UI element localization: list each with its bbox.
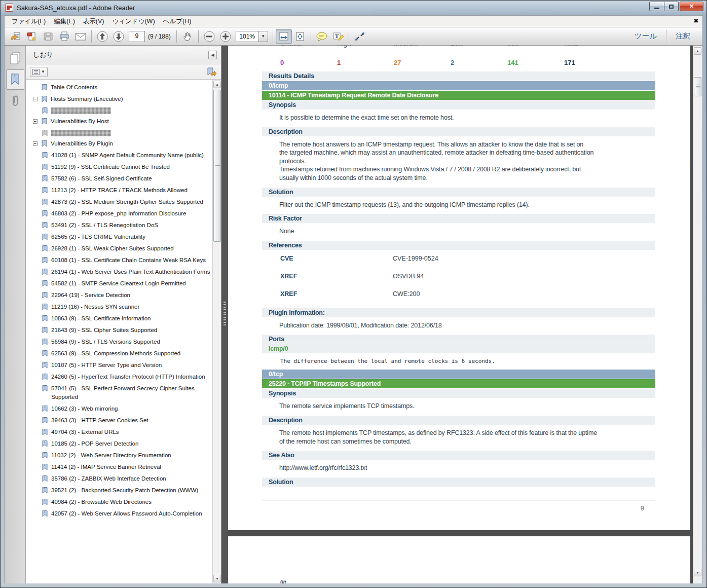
comment-button[interactable] bbox=[314, 29, 330, 44]
bookmark-item[interactable]: Hosts Summary (Executive) bbox=[26, 93, 212, 105]
next-page-button[interactable] bbox=[110, 29, 127, 44]
bookmark-item[interactable]: 42873 (2) - SSL Medium Strength Cipher S… bbox=[26, 196, 212, 208]
bookmark-item[interactable]: 57041 (5) - SSL Perfect Forward Secrecy … bbox=[26, 383, 212, 403]
bookmark-item[interactable]: 10863 (9) - SSL Certificate Information bbox=[26, 313, 212, 324]
severity-label-info: Info bbox=[507, 46, 564, 49]
bookmark-icon bbox=[42, 175, 48, 182]
bookmark-options-button[interactable]: ▼ bbox=[30, 67, 48, 77]
bookmark-item[interactable]: Table Of Contents bbox=[26, 82, 212, 93]
bookmark-item[interactable]: 11213 (2) - HTTP TRACE / TRACK Methods A… bbox=[26, 185, 212, 196]
bookmark-item[interactable]: 11032 (2) - Web Server Directory Enumera… bbox=[26, 450, 212, 461]
bookmark-item[interactable]: 60108 (1) - SSL Certificate Chain Contai… bbox=[26, 254, 212, 266]
save-button[interactable] bbox=[40, 29, 56, 44]
scroll-up-arrow[interactable]: ▲ bbox=[213, 81, 221, 88]
close-document-icon[interactable]: ✖ bbox=[694, 18, 698, 24]
bookmark-item[interactable]: Vulnerabilities By Plugin bbox=[26, 138, 212, 150]
bookmark-item[interactable]: 26194 (1) - Web Server Uses Plain Text A… bbox=[26, 266, 212, 278]
bookmark-icon bbox=[41, 118, 48, 125]
doc-scroll-down-arrow[interactable]: ▼ bbox=[694, 569, 701, 576]
bookmark-item[interactable]: 10107 (5) - HTTP Server Type and Version bbox=[26, 359, 212, 371]
doc-scrollbar-thumb[interactable] bbox=[694, 77, 701, 96]
bookmark-item[interactable]: 41028 (1) - SNMP Agent Default Community… bbox=[26, 150, 212, 161]
next-page-icon bbox=[113, 30, 125, 43]
panel-splitter[interactable] bbox=[221, 46, 228, 583]
bookmark-item[interactable]: 40984 (2) - Browsable Web Directories bbox=[26, 496, 212, 508]
bookmark-item-redacted[interactable] bbox=[26, 127, 212, 138]
fullscreen-button[interactable] bbox=[352, 29, 368, 44]
menu-item-2[interactable]: 表示(V) bbox=[79, 16, 108, 27]
page-number-input[interactable]: 9 bbox=[129, 31, 145, 42]
menu-item-0[interactable]: ファイル(F) bbox=[8, 16, 50, 27]
collapse-expander-icon[interactable] bbox=[33, 97, 38, 101]
open-button[interactable] bbox=[8, 29, 24, 44]
bookmark-item[interactable]: 11219 (16) - Nessus SYN scanner bbox=[26, 301, 212, 313]
bookmark-item[interactable]: 42057 (2) - Web Server Allows Password A… bbox=[26, 508, 212, 520]
tools-button[interactable]: ツール bbox=[625, 31, 666, 41]
collapse-panel-button[interactable]: ◀ bbox=[208, 51, 217, 59]
create-pdf-button[interactable] bbox=[24, 29, 40, 44]
doc-scroll-up-arrow[interactable]: ▲ bbox=[694, 47, 701, 55]
bookmark-label: 26928 (1) - SSL Weak Cipher Suites Suppo… bbox=[51, 244, 174, 253]
bookmark-item[interactable]: 26928 (1) - SSL Weak Cipher Suites Suppo… bbox=[26, 243, 212, 254]
zoom-level-input[interactable]: 101% bbox=[236, 31, 259, 42]
zoom-in-button[interactable] bbox=[217, 29, 234, 44]
zoom-dropdown-button[interactable]: ▼ bbox=[259, 31, 268, 42]
bookmark-item[interactable]: 11414 (2) - IMAP Service Banner Retrieva… bbox=[26, 461, 212, 473]
menu-item-4[interactable]: ヘルプ(H) bbox=[159, 16, 196, 27]
hand-tool-button[interactable] bbox=[179, 29, 196, 44]
pdf-page-9: CriticalHighMediumLowInfoTotal 012721411… bbox=[228, 46, 690, 530]
zoom-out-button[interactable] bbox=[201, 29, 217, 44]
section-bar: Description bbox=[262, 416, 655, 425]
collapse-expander-icon[interactable] bbox=[33, 119, 38, 124]
title-bar[interactable]: Sakura-SAS_etcuxa.pdf - Adobe Reader ✕ bbox=[1, 1, 706, 15]
menu-item-1[interactable]: 編集(E) bbox=[50, 16, 79, 27]
bookmark-item[interactable]: 53491 (2) - SSL / TLS Renegotiation DoS bbox=[26, 219, 212, 231]
bookmark-item[interactable]: Vulnerabilities By Host bbox=[26, 116, 212, 127]
attachments-panel-button[interactable] bbox=[7, 91, 24, 111]
minimize-button[interactable] bbox=[649, 2, 664, 11]
bookmark-item[interactable]: 21643 (9) - SSL Cipher Suites Supported bbox=[26, 324, 212, 336]
bookmark-item[interactable]: 10185 (2) - POP Server Detection bbox=[26, 438, 212, 450]
bookmark-item[interactable]: 22964 (19) - Service Detection bbox=[26, 289, 212, 301]
email-button[interactable] bbox=[72, 29, 89, 44]
bookmark-item[interactable]: 54582 (1) - SMTP Service Cleartext Login… bbox=[26, 278, 212, 289]
scrollbar-thumb[interactable] bbox=[213, 90, 221, 242]
pages-panel-button[interactable] bbox=[7, 49, 24, 68]
bookmark-icon bbox=[42, 350, 48, 357]
bookmark-item[interactable]: 39463 (3) - HTTP Server Cookies Set bbox=[26, 415, 212, 426]
attachments-panel-icon bbox=[9, 93, 21, 108]
bookmark-item[interactable]: 62563 (9) - SSL Compression Methods Supp… bbox=[26, 348, 212, 359]
bookmark-item[interactable]: 57582 (6) - SSL Self-Signed Certificate bbox=[26, 173, 212, 185]
document-scrollbar[interactable]: ▲ ▼ bbox=[693, 46, 702, 583]
goto-current-bookmark-button[interactable] bbox=[206, 67, 217, 77]
bookmark-item-redacted[interactable] bbox=[26, 105, 212, 116]
bookmark-item[interactable]: 35786 (2) - ZABBIX Web Interface Detecti… bbox=[26, 473, 212, 485]
collapse-expander-icon[interactable] bbox=[33, 141, 38, 146]
bookmarks-panel-button[interactable] bbox=[7, 70, 24, 89]
bookmark-item[interactable]: 62565 (2) - TLS CRIME Vulnerability bbox=[26, 231, 212, 243]
bookmark-item[interactable]: 24260 (5) - HyperText Transfer Protocol … bbox=[26, 371, 212, 383]
bookmark-item[interactable]: 10662 (3) - Web mirroring bbox=[26, 403, 212, 415]
print-button[interactable] bbox=[56, 29, 72, 44]
close-button[interactable]: ✕ bbox=[680, 2, 703, 11]
menu-item-3[interactable]: ウィンドウ(W) bbox=[108, 16, 159, 27]
bookmark-icon bbox=[42, 256, 48, 264]
previous-page-button[interactable] bbox=[94, 29, 110, 44]
scroll-down-arrow[interactable]: ▼ bbox=[213, 575, 221, 582]
bookmark-item[interactable]: 49704 (3) - External URLs bbox=[26, 426, 212, 438]
bookmarks-scrollbar[interactable]: ▲ ▼ bbox=[212, 80, 221, 583]
document-pane[interactable]: CriticalHighMediumLowInfoTotal 012721411… bbox=[228, 46, 693, 583]
bookmark-icon bbox=[41, 140, 48, 147]
bookmark-item[interactable]: 46803 (2) - PHP expose_php Information D… bbox=[26, 208, 212, 219]
maximize-button[interactable] bbox=[664, 2, 679, 11]
bookmark-icon bbox=[42, 452, 48, 459]
highlight-text-button[interactable]: T bbox=[330, 29, 346, 44]
fit-width-button[interactable] bbox=[276, 29, 292, 44]
bookmark-item[interactable]: 56984 (9) - SSL / TLS Versions Supported bbox=[26, 336, 212, 348]
annotations-button[interactable]: 注釈 bbox=[666, 31, 699, 41]
section-bar: 10114 - ICMP Timestamp Request Remote Da… bbox=[262, 91, 655, 100]
bookmark-item[interactable]: 39521 (2) - Backported Security Patch De… bbox=[26, 485, 212, 496]
bookmark-item[interactable]: 51192 (9) - SSL Certificate Cannot Be Tr… bbox=[26, 161, 212, 173]
fit-page-button[interactable] bbox=[292, 29, 308, 44]
bookmark-icon bbox=[42, 233, 48, 240]
